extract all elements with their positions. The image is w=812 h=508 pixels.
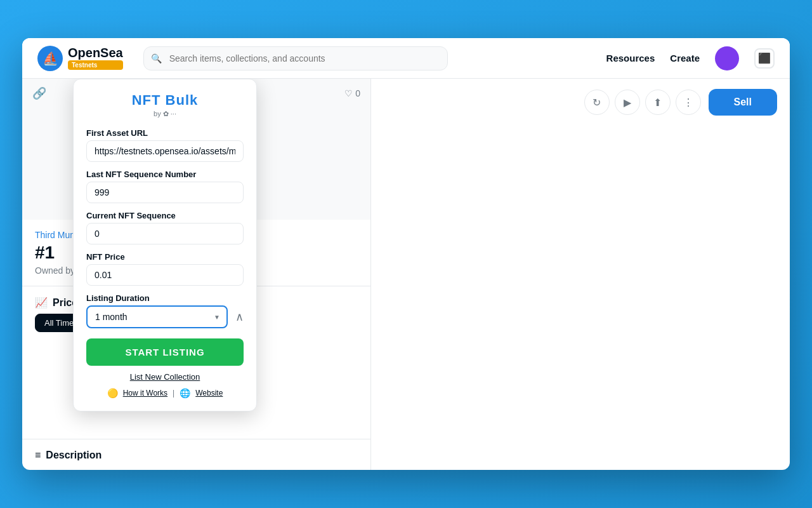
how-it-works-emoji: 🟡 — [107, 388, 118, 398]
first-asset-url-group: First Asset URL — [86, 128, 244, 162]
bulk-subtitle: by ✿ ··· — [86, 110, 244, 118]
search-bar[interactable]: 🔍 — [143, 46, 448, 70]
right-panel: ↻ ▶ ⬆ ⋮ Sell — [371, 79, 790, 470]
listing-duration-select-wrapper: 1 day3 days1 week1 month3 months6 months — [86, 305, 228, 328]
listing-duration-select[interactable]: 1 day3 days1 week1 month3 months6 months — [86, 305, 228, 328]
share-button[interactable]: ⬆ — [645, 90, 671, 115]
nft-price-group: NFT Price — [86, 252, 244, 286]
current-nft-seq-group: Current NFT Sequence — [86, 211, 244, 244]
last-nft-seq-group: Last NFT Sequence Number — [86, 170, 244, 203]
nft-price-input[interactable] — [86, 264, 244, 286]
opensea-header: ⛵ OpenSea Testnets 🔍 Resources Create ⬛ — [22, 38, 790, 79]
current-nft-seq-label: Current NFT Sequence — [86, 211, 244, 220]
wallet-icon[interactable]: ⬛ — [754, 48, 775, 69]
favorite-icon[interactable]: ♡ 0 — [344, 88, 360, 98]
play-button[interactable]: ▶ — [615, 90, 640, 115]
nft-price-label: NFT Price — [86, 252, 244, 262]
link-icon[interactable]: 🔗 — [32, 86, 46, 100]
testnets-badge: Testnets — [68, 60, 123, 70]
nav-resources[interactable]: Resources — [606, 53, 655, 64]
listing-duration-row: 1 day3 days1 week1 month3 months6 months… — [86, 305, 244, 328]
how-it-works-link[interactable]: How it Works — [123, 389, 167, 398]
duration-chevron-up-icon[interactable]: ∧ — [235, 310, 244, 324]
website-link[interactable]: Website — [195, 389, 223, 398]
opensea-logo-text: OpenSea — [68, 46, 123, 59]
list-new-collection-link[interactable]: List New Collection — [86, 372, 244, 382]
nav-create[interactable]: Create — [670, 53, 700, 64]
description-label: Description — [46, 450, 102, 461]
sell-button[interactable]: Sell — [709, 89, 777, 116]
bulk-footer: 🟡 How it Works | 🌐 Website — [86, 388, 244, 398]
listing-duration-group: Listing Duration 1 day3 days1 week1 mont… — [86, 293, 244, 328]
browser-window: ⛵ OpenSea Testnets 🔍 Resources Create ⬛ … — [22, 38, 790, 470]
header-right: Resources Create ⬛ — [606, 46, 775, 70]
refresh-button[interactable]: ↻ — [584, 90, 610, 115]
first-asset-url-label: First Asset URL — [86, 128, 244, 138]
footer-separator: | — [173, 389, 174, 398]
description-section: ≡ Description A short description of NFT… — [22, 439, 370, 470]
opensea-icon: ⛵ — [37, 46, 63, 71]
start-listing-button[interactable]: START LISTING — [86, 338, 244, 366]
price-history-icon: 📈 — [35, 297, 48, 309]
more-button[interactable]: ⋮ — [676, 90, 701, 115]
search-input[interactable] — [143, 46, 448, 70]
current-nft-seq-input[interactable] — [86, 223, 244, 244]
description-icon: ≡ — [35, 450, 41, 461]
nft-bulk-overlay: NFT Bulk by ✿ ··· First Asset URL Last N… — [73, 79, 257, 411]
first-asset-url-input[interactable] — [86, 140, 244, 162]
action-icons: ↻ ▶ ⬆ ⋮ — [584, 90, 701, 115]
search-icon: 🔍 — [151, 53, 162, 64]
user-avatar[interactable] — [715, 46, 739, 70]
bulk-header: NFT Bulk by ✿ ··· — [86, 92, 244, 118]
sell-bar: ↻ ▶ ⬆ ⋮ Sell — [371, 79, 790, 126]
opensea-logo: ⛵ OpenSea Testnets — [37, 46, 123, 71]
bulk-title: NFT Bulk — [86, 92, 244, 109]
description-header: ≡ Description — [35, 450, 358, 461]
listing-duration-label: Listing Duration — [86, 293, 244, 303]
main-content: 🔗 ♡ 0 Third Mumbai #1 Owned by you — [22, 79, 790, 470]
website-emoji: 🌐 — [180, 388, 190, 398]
last-nft-seq-label: Last NFT Sequence Number — [86, 170, 244, 179]
description-text: A short description of NFT #1 — [35, 469, 358, 470]
last-nft-seq-input[interactable] — [86, 182, 244, 203]
